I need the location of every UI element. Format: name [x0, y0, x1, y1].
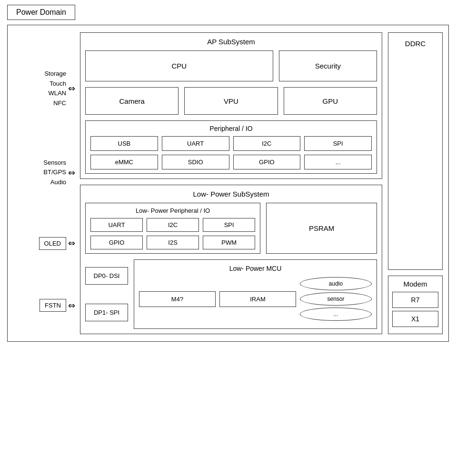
arrow-sensors: ⇔: [68, 169, 75, 177]
lp-peri-pwm: PWM: [203, 236, 255, 249]
lp-peri-i2s: I2S: [147, 236, 199, 249]
ap-row1: CPU Security: [85, 50, 377, 81]
lp-subsystem-title: Low- Power SubSystem: [85, 190, 377, 198]
modem-box: Modem R7 X1: [388, 276, 443, 334]
storage-text: Storage Touch WLAN NFC: [44, 69, 66, 109]
peripheral-title: Peripheral / IO: [90, 125, 372, 132]
peri-emmc: eMMC: [90, 155, 158, 169]
right-column: DDRC Modem R7 X1: [388, 32, 443, 334]
x1-box: X1: [392, 311, 438, 327]
peri-usb: USB: [90, 136, 158, 151]
lp-peri-gpio: GPIO: [90, 236, 143, 249]
peripheral-row1: USB UART I2C SPI: [90, 136, 372, 151]
left-oled-group: OLED ⇔: [13, 237, 75, 250]
lp-bottom-row: DP0- DSI DP1- SPI Low- Power MCU M4?: [85, 259, 377, 329]
psram-box: PSRAM: [266, 203, 377, 254]
ddrc-box: DDRC: [388, 32, 443, 270]
camera-box: Camera: [85, 87, 178, 115]
peri-sdio: SDIO: [162, 155, 229, 169]
lp-peripheral-title: Low- Power Peripheral / IO: [90, 207, 255, 214]
ellipse-dots: ...: [300, 307, 372, 321]
lp-peripheral: Low- Power Peripheral / IO UART I2C SPI …: [85, 203, 260, 254]
ap-subsystem-title: AP SubSystem: [85, 38, 377, 46]
ap-row2: Camera VPU GPU: [85, 87, 377, 115]
left-storage-group: Storage Touch WLAN NFC ⇔: [13, 69, 75, 109]
peri-gpio: GPIO: [233, 155, 301, 169]
left-external: Storage Touch WLAN NFC ⇔ Sensors BT/GPS …: [13, 32, 75, 334]
peri-uart: UART: [162, 136, 229, 151]
left-fstn-group: FSTN ⇔: [13, 299, 75, 312]
ellipse-sensor: sensor: [300, 292, 372, 306]
mcu-row: M4? IRAM audio sensor ...: [139, 277, 372, 321]
lp-top-row: Low- Power Peripheral / IO UART I2C SPI …: [85, 203, 377, 254]
security-box: Security: [279, 50, 377, 81]
lp-peri-row2: GPIO I2S PWM: [90, 236, 255, 249]
oled-box: OLED: [39, 237, 66, 250]
cpu-box: CPU: [85, 50, 273, 81]
dp1-box: DP1- SPI: [85, 304, 128, 321]
peri-spi: SPI: [304, 136, 372, 151]
main-container: Storage Touch WLAN NFC ⇔ Sensors BT/GPS …: [7, 25, 449, 342]
center-column: AP SubSystem CPU Security Camera: [80, 32, 382, 334]
ap-subsystem: AP SubSystem CPU Security Camera: [80, 32, 382, 179]
lp-peri-spi: SPI: [203, 218, 255, 232]
lp-subsystem: Low- Power SubSystem Low- Power Peripher…: [80, 185, 382, 334]
mcu-title: Low- Power MCU: [139, 265, 372, 272]
ellipse-audio: audio: [300, 277, 372, 290]
gpu-box: GPU: [284, 87, 377, 115]
ellipse-group: audio sensor ...: [300, 277, 372, 321]
dp0-box: DP0- DSI: [85, 267, 128, 285]
left-sensors-group: Sensors BT/GPS Audio ⇔: [13, 158, 75, 188]
lp-peri-row1: UART I2C SPI: [90, 218, 255, 232]
modem-title: Modem: [392, 280, 438, 288]
peri-i2c: I2C: [233, 136, 301, 151]
power-domain-label: Power Domain: [7, 5, 75, 20]
r7-box: R7: [392, 292, 438, 308]
peripheral-container: Peripheral / IO USB UART I2C SPI eMMC SD…: [85, 120, 377, 174]
fstn-box: FSTN: [40, 299, 66, 312]
m4-box: M4?: [139, 291, 216, 307]
vpu-box: VPU: [184, 87, 278, 115]
dp-column: DP0- DSI DP1- SPI: [85, 259, 128, 329]
lp-peri-uart: UART: [90, 218, 143, 232]
iram-box: IRAM: [219, 291, 296, 307]
mcu-box: Low- Power MCU M4? IRAM audio senso: [134, 259, 377, 329]
arrow-fstn: ⇔: [68, 301, 75, 310]
sensors-text: Sensors BT/GPS Audio: [43, 158, 66, 188]
peri-dots: ...: [304, 155, 372, 169]
lp-peri-i2c: I2C: [147, 218, 199, 232]
arrow-storage: ⇔: [68, 84, 75, 93]
arrow-oled: ⇔: [68, 239, 75, 248]
peripheral-row2: eMMC SDIO GPIO ...: [90, 155, 372, 169]
